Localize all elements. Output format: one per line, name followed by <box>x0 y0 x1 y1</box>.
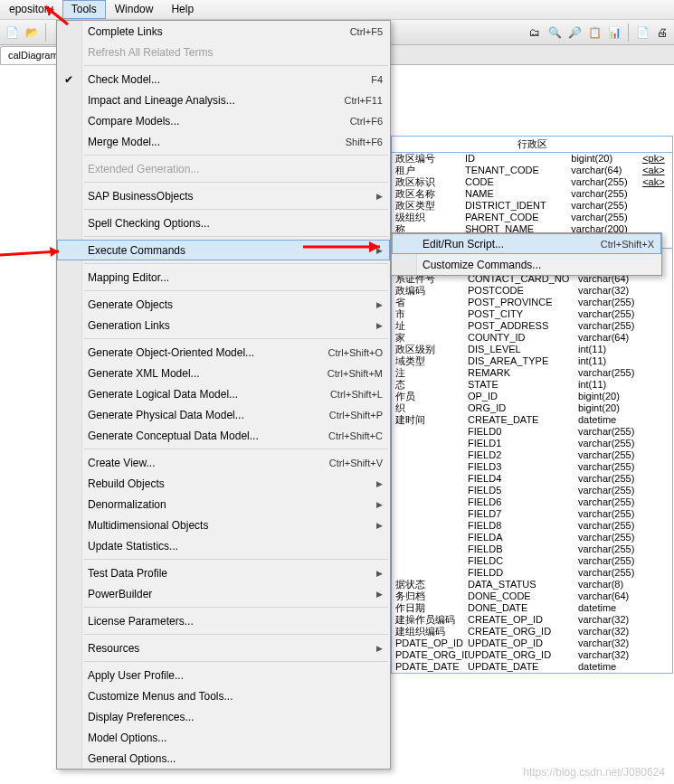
menu-item[interactable]: Update Statistics... <box>57 535 390 556</box>
menu-item[interactable]: Test Data Profile▶ <box>57 562 390 583</box>
menu-item[interactable]: Impact and Lineage Analysis...Ctrl+F11 <box>57 90 390 110</box>
menu-item[interactable]: PowerBuilder▶ <box>57 583 390 604</box>
menu-item-label: General Options... <box>88 752 383 765</box>
menu-separator <box>84 607 388 608</box>
col-cn <box>395 426 468 438</box>
menu-item[interactable]: Display Preferences... <box>57 706 390 727</box>
menu-item[interactable]: Rebuild Objects▶ <box>57 473 390 494</box>
submenu-item[interactable]: Edit/Run Script...Ctrl+Shift+X <box>392 233 661 254</box>
tool-icon[interactable]: 📋 <box>586 24 603 41</box>
col-en: FIELD3 <box>468 461 578 473</box>
menu-separator <box>84 155 388 156</box>
table-row: 据状态DATA_STATUSvarchar(8) <box>392 579 672 590</box>
menu-item[interactable]: Generation Links▶ <box>57 315 390 335</box>
menu-item-label: Generate XML Model... <box>88 367 328 380</box>
menu-item[interactable]: Spell Checking Options... <box>57 213 390 233</box>
execute-commands-submenu: Edit/Run Script...Ctrl+Shift+XCustomize … <box>391 232 662 276</box>
col-cn: 级组织 <box>395 212 465 223</box>
menu-item[interactable]: SAP BusinessObjects▶ <box>57 185 390 206</box>
col-type: varchar(64) <box>578 590 652 602</box>
table-row: 作员OP_IDbigint(20) <box>392 391 672 402</box>
col-type: varchar(255) <box>578 320 652 332</box>
menu-item[interactable]: ✔Check Model...F4 <box>57 69 390 90</box>
table-row: 政区编号IDbigint(20)<pk> <box>392 153 672 165</box>
tool-icon[interactable]: 📄 <box>4 24 20 41</box>
menu-item-label: Display Preferences... <box>88 711 383 723</box>
tool-icon[interactable]: 📊 <box>606 24 622 41</box>
col-en: NAME <box>465 188 571 200</box>
menu-item[interactable]: Generate Objects▶ <box>57 294 390 315</box>
submenu-item[interactable]: Customize Commands... <box>392 254 661 275</box>
menu-shortcut: Ctrl+Shift+C <box>328 430 383 441</box>
menu-item-label: Impact and Lineage Analysis... <box>88 94 345 107</box>
tool-icon[interactable]: 🔎 <box>566 24 583 41</box>
col-type: varchar(32) <box>578 638 652 649</box>
entity-title: 行政区 <box>392 137 672 153</box>
tool-icon[interactable]: 📄 <box>634 24 650 41</box>
svg-line-2 <box>0 251 59 255</box>
col-en: FIELDC <box>468 555 578 567</box>
table-row: 建操作员编码CREATE_OP_IDvarchar(32) <box>392 614 672 626</box>
col-cn: 政区标识 <box>395 176 465 188</box>
col-cn <box>395 449 468 461</box>
menu-item[interactable]: Generate XML Model...Ctrl+Shift+M <box>57 363 390 383</box>
menu-item[interactable]: Generate Conceptual Data Model...Ctrl+Sh… <box>57 425 390 446</box>
menu-item-label: Resources <box>88 642 371 655</box>
menu-item-label: Refresh All Related Terms <box>88 46 383 59</box>
col-cn <box>395 461 468 473</box>
menu-item[interactable]: Generate Object-Oriented Model...Ctrl+Sh… <box>57 342 390 363</box>
submenu-arrow-icon: ▶ <box>376 300 383 309</box>
tool-icon[interactable]: 🖨 <box>654 24 670 41</box>
table-row: FIELDCvarchar(255) <box>392 555 672 567</box>
tool-icon[interactable]: 🗂 <box>527 24 543 41</box>
menu-item[interactable]: Mapping Editor... <box>57 267 390 288</box>
menu-item[interactable]: Compare Models...Ctrl+F6 <box>57 110 390 131</box>
menu-item[interactable]: Model Options... <box>57 727 390 748</box>
menu-item[interactable]: License Parameters... <box>57 610 390 631</box>
menu-item-label: Model Options... <box>88 732 383 744</box>
menu-item: Extended Generation... <box>57 158 390 179</box>
table-row: 注REMARKvarchar(255) <box>392 367 672 379</box>
col-cn <box>395 438 468 449</box>
col-en: REMARK <box>468 367 578 379</box>
col-type: varchar(255) <box>571 176 642 188</box>
col-en: FIELDB <box>468 543 578 555</box>
col-type: varchar(255) <box>578 461 652 473</box>
col-en: FIELD2 <box>468 449 578 461</box>
table-row: FIELDDvarchar(255) <box>392 567 672 579</box>
menu-item[interactable]: Multidimensional Objects▶ <box>57 515 390 535</box>
menu-separator <box>84 559 388 560</box>
col-type: varchar(255) <box>571 200 642 212</box>
menu-shortcut: Ctrl+Shift+V <box>329 458 383 468</box>
menu-item[interactable]: Resources▶ <box>57 638 390 658</box>
menu-item[interactable]: Customize Menus and Tools... <box>57 685 390 706</box>
menubar-item-window[interactable]: Window <box>106 0 163 19</box>
col-type: varchar(255) <box>578 367 652 379</box>
menu-item[interactable]: Apply User Profile... <box>57 665 390 685</box>
col-en: CODE <box>465 176 571 188</box>
check-icon: ✔ <box>62 72 76 87</box>
col-type: int(11) <box>578 355 652 367</box>
menu-item[interactable]: Create View...Ctrl+Shift+V <box>57 452 390 473</box>
menu-item-label: Generate Physical Data Model... <box>88 409 329 421</box>
menu-item[interactable]: Generate Logical Data Model...Ctrl+Shift… <box>57 383 390 404</box>
menu-item[interactable]: Denormalization▶ <box>57 494 390 515</box>
col-cn: 政编码 <box>395 285 468 297</box>
menu-item-label: Merge Model... <box>88 136 346 148</box>
menu-separator <box>84 290 388 291</box>
menu-item[interactable]: Merge Model...Shift+F6 <box>57 131 390 152</box>
table-row: FIELDBvarchar(255) <box>392 543 672 555</box>
tool-icon[interactable]: 🔍 <box>546 24 563 41</box>
col-en: FIELD8 <box>468 520 578 532</box>
menubar-item-help[interactable]: Help <box>162 0 203 19</box>
col-type: int(11) <box>578 379 652 391</box>
col-pk: <ak> <box>642 165 669 176</box>
table-row: 市POST_CITYvarchar(255) <box>392 308 672 320</box>
table-row: 省POST_PROVINCEvarchar(255) <box>392 297 672 308</box>
menu-item[interactable]: General Options... <box>57 748 390 769</box>
col-cn: 家 <box>395 332 468 344</box>
menu-item[interactable]: Generate Physical Data Model...Ctrl+Shif… <box>57 404 390 425</box>
col-type: varchar(255) <box>578 308 652 320</box>
menu-item[interactable]: Complete LinksCtrl+F5 <box>57 21 390 42</box>
menu-separator <box>84 263 388 264</box>
